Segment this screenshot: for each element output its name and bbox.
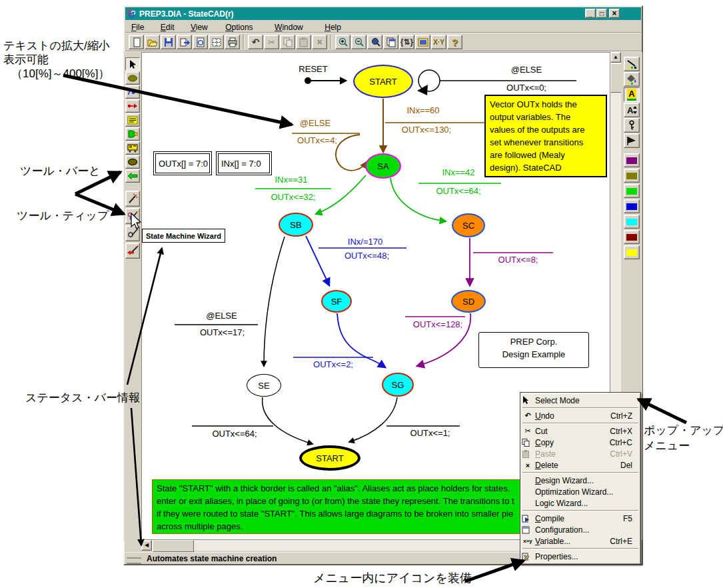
maximize-button[interactable]: □ — [596, 9, 607, 18]
label-cond[interactable]: INx==31 — [268, 175, 315, 185]
copy-button[interactable] — [280, 35, 295, 49]
label-action[interactable]: OUTx<=64; — [208, 429, 261, 439]
delete-button[interactable]: × — [312, 35, 327, 49]
swatch-darkred-button[interactable] — [624, 230, 640, 244]
label-cond[interactable]: @ELSE — [483, 65, 570, 75]
state-sa[interactable]: SA — [365, 153, 401, 179]
label-action[interactable]: OUTx<=48; — [339, 251, 395, 261]
swatch-purple-button[interactable] — [624, 153, 640, 167]
label-cond[interactable]: @ELSE — [292, 118, 339, 128]
title-bar[interactable]: PREP3.DIA - StateCAD(r) — [125, 7, 641, 20]
state-sd[interactable]: SD — [451, 290, 486, 313]
menu-item-optimization-wizard[interactable]: Optimization Wizard... — [522, 486, 639, 497]
label-action[interactable]: OUTx<=4; — [291, 135, 344, 145]
text-color-button[interactable]: A — [624, 87, 640, 102]
zoom-in-button[interactable] — [335, 35, 351, 49]
label-action[interactable]: OUTx<=128; — [408, 319, 468, 329]
optimization-wizard-button[interactable] — [125, 225, 140, 241]
swatch-olive-button[interactable] — [624, 169, 640, 183]
reset-label[interactable]: RESET — [293, 64, 333, 74]
text-size-button[interactable]: A — [624, 103, 640, 117]
output-ellipse-tool-button[interactable] — [125, 155, 140, 169]
line-style-button[interactable] — [624, 57, 640, 71]
menu-item-select-mode[interactable]: Select Mode — [522, 395, 639, 406]
logic-tool-button[interactable] — [125, 127, 140, 141]
horizontal-scroll-thumb[interactable] — [153, 540, 194, 552]
scroll-left-button[interactable]: ◀ — [141, 540, 152, 551]
menu-item-design-wizard[interactable]: Design Wizard... — [522, 475, 639, 486]
menu-item-undo[interactable]: ↶ Undo Ctrl+Z — [522, 410, 639, 421]
machine-tool-button[interactable] — [125, 141, 140, 155]
swatch-cyan-button[interactable] — [624, 215, 640, 229]
view-image-button[interactable] — [415, 35, 430, 49]
new-button[interactable] — [129, 35, 144, 49]
yellow-note[interactable]: Vector OUTx holds the output variables. … — [484, 95, 607, 177]
menu-edit[interactable]: Edit — [156, 21, 179, 33]
state-sf[interactable]: SF — [321, 290, 352, 313]
select-tool-button[interactable] — [125, 57, 140, 71]
design-wizard-button[interactable] — [125, 191, 140, 207]
label-action[interactable]: OUTx<=32; — [267, 192, 320, 202]
close-button[interactable]: × — [609, 9, 620, 18]
scroll-up-button[interactable]: ▲ — [610, 52, 621, 63]
label-action[interactable]: OUTx<=1; — [405, 428, 455, 438]
open-button[interactable] — [145, 35, 160, 49]
grid-button[interactable] — [209, 35, 224, 49]
fill-color-button[interactable] — [624, 72, 640, 87]
print-button[interactable] — [225, 35, 240, 49]
menu-item-properties[interactable]: Properties... — [522, 551, 639, 562]
flag-button[interactable] — [624, 133, 640, 148]
paste-button[interactable] — [296, 35, 311, 49]
menu-options[interactable]: Options — [221, 21, 257, 33]
swatch-blue-button[interactable] — [624, 199, 640, 213]
save-button[interactable] — [161, 35, 176, 49]
menu-item-paste[interactable]: Paste Ctrl+V — [522, 448, 639, 459]
menu-item-cut[interactable]: ✂ Cut Ctrl+X — [522, 425, 639, 437]
state-sc[interactable]: SC — [452, 213, 485, 237]
hdl-braces-button[interactable]: {⇅} — [399, 35, 414, 49]
menu-file[interactable]: File — [127, 21, 149, 33]
state-sb[interactable]: SB — [279, 213, 313, 237]
menu-item-compile[interactable]: Compile F5 — [522, 513, 639, 524]
label-action[interactable]: OUTx<=0; — [483, 83, 570, 93]
swatch-green-button[interactable] — [624, 184, 640, 198]
sync-tool-button[interactable] — [125, 169, 140, 183]
menu-item-variable[interactable]: x=y Variable... Ctrl+E — [522, 535, 639, 547]
undo-button[interactable]: ↶ — [248, 35, 263, 49]
label-action[interactable]: OUTx<=17; — [197, 327, 247, 337]
menu-view[interactable]: View — [186, 21, 213, 33]
xy-variables-button[interactable]: X·Y — [431, 35, 446, 49]
label-cond[interactable]: INx/=170 — [339, 237, 392, 247]
state-start-top[interactable]: START — [353, 65, 413, 98]
menu-item-copy[interactable]: Copy Ctrl+C — [522, 437, 639, 448]
label-action[interactable]: OUTx<=8; — [490, 255, 546, 265]
label-action[interactable]: OUTx<=130; — [390, 125, 463, 135]
logic-wizard-button[interactable] — [125, 243, 140, 259]
preview-button[interactable] — [193, 35, 208, 49]
state-machine-wizard-button[interactable] — [125, 208, 140, 224]
io-box-inx[interactable]: INx[] = 7:0 — [216, 151, 272, 175]
label-action[interactable]: OUTx<=64; — [432, 186, 485, 196]
key-button[interactable] — [624, 118, 640, 133]
swatch-yellow-button[interactable] — [624, 245, 640, 259]
state-sg[interactable]: SG — [382, 373, 414, 397]
reset-tool-button[interactable] — [125, 99, 140, 113]
export-button[interactable] — [177, 35, 192, 49]
menu-item-delete[interactable]: × Delete Del — [522, 459, 639, 471]
menu-help[interactable]: Help — [320, 21, 346, 33]
menu-item-configuration[interactable]: Configuration... — [522, 524, 639, 535]
label-action[interactable]: OUTx<=2; — [310, 359, 357, 369]
zoom-out-button[interactable] — [351, 35, 366, 49]
menu-window[interactable]: Window — [270, 21, 308, 33]
state-tool-button[interactable] — [125, 71, 140, 85]
label-cond[interactable]: @ELSE — [200, 311, 243, 321]
transition-tool-button[interactable] — [125, 85, 140, 99]
io-box-outx[interactable]: OUTx[] = 7:0 — [153, 151, 212, 175]
label-cond[interactable]: INx==60 — [390, 105, 456, 115]
menu-item-logic-wizard[interactable]: Logic Wizard... — [522, 497, 639, 509]
prep-note[interactable]: PREP Corp. Design Example — [478, 332, 589, 368]
label-cond[interactable]: INx==42 — [432, 167, 485, 177]
zoom-selection-button[interactable] — [367, 35, 382, 49]
cut-button[interactable]: ✂ — [264, 35, 279, 49]
minimize-button[interactable]: _ — [585, 9, 596, 18]
